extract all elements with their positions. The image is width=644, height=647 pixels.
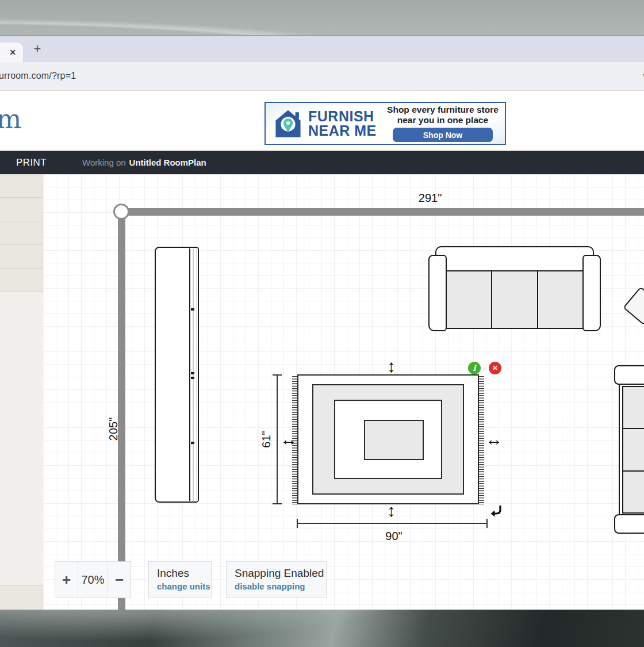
change-units-link[interactable]: change units bbox=[157, 581, 211, 591]
sidebar-item[interactable] bbox=[0, 221, 43, 245]
wardrobe-handle-mark bbox=[191, 308, 194, 311]
sofa-armrest-right bbox=[582, 255, 601, 331]
furnish-near-me-house-pin-icon bbox=[273, 108, 304, 139]
ad-brand-line1: FURNISH bbox=[308, 109, 377, 124]
rug-width-label: 90" bbox=[371, 530, 417, 543]
ad-banner[interactable]: FURNISH NEAR ME Shop every furniture sto… bbox=[264, 102, 506, 145]
site-header: om FURNISH NEAR ME bbox=[0, 91, 644, 151]
wardrobe-handle-mark bbox=[191, 372, 194, 374]
snapping-title: Snapping Enabled bbox=[235, 567, 326, 580]
sidebar-item[interactable] bbox=[0, 269, 43, 292]
sofa-cushion bbox=[622, 428, 644, 471]
shop-now-button[interactable]: Shop Now bbox=[393, 128, 493, 142]
sidebar-item[interactable] bbox=[0, 245, 43, 269]
units-control: Inches change units bbox=[148, 561, 212, 598]
resize-handle-left-icon[interactable]: ↔ bbox=[280, 431, 297, 447]
url-text[interactable]: urroom.com/?rp=1 bbox=[0, 71, 76, 81]
sofa-armrest-top bbox=[614, 365, 644, 385]
rug-fringe-right bbox=[479, 376, 484, 504]
sofa-armrest-bottom bbox=[614, 514, 644, 534]
sofa-cushion bbox=[622, 386, 644, 429]
rug-pattern-center bbox=[364, 420, 424, 460]
rug-height-label: 61" bbox=[259, 422, 274, 457]
browser-tab-strip: ✕ + bbox=[0, 36, 644, 62]
wardrobe-handle-mark bbox=[191, 442, 194, 444]
wall-corner-handle[interactable] bbox=[113, 204, 129, 220]
ad-brand-name: FURNISH NEAR ME bbox=[308, 109, 377, 137]
rug-info-button[interactable]: i bbox=[468, 362, 481, 374]
browser-tab[interactable]: ✕ bbox=[0, 43, 23, 62]
wall-length-label-left: 205" bbox=[106, 412, 121, 446]
browser-address-bar[interactable]: urroom.com/?rp=1 ▾ bbox=[0, 62, 644, 91]
sidebar-item[interactable] bbox=[0, 198, 43, 221]
sofa-item-right[interactable] bbox=[614, 365, 644, 534]
sofa-cushion bbox=[446, 270, 492, 329]
sofa-cushions bbox=[446, 270, 584, 329]
sofa-item[interactable] bbox=[428, 246, 601, 332]
resize-handle-top-icon[interactable]: ↕ bbox=[387, 358, 396, 374]
working-on-label: Working on bbox=[82, 158, 126, 167]
app-toolbar: PRINT Working on Untitled RoomPlan bbox=[0, 151, 644, 174]
sofa-armrest-left bbox=[428, 255, 447, 331]
sofa-cushion bbox=[622, 470, 644, 514]
rug-height-dimension-line bbox=[277, 374, 278, 504]
sofa-cushion bbox=[491, 270, 538, 329]
sidebar-item[interactable] bbox=[0, 174, 43, 198]
disable-snapping-link[interactable]: disable snapping bbox=[235, 581, 326, 591]
wardrobe-item[interactable] bbox=[155, 247, 199, 503]
plan-name[interactable]: Untitled RoomPlan bbox=[129, 158, 206, 167]
zoom-out-button[interactable]: − bbox=[108, 562, 131, 598]
rug-rotate-handle-icon[interactable] bbox=[489, 503, 503, 517]
floorplan-canvas[interactable]: 291" 205" bbox=[43, 174, 644, 610]
units-title: Inches bbox=[157, 567, 211, 580]
angled-furniture-item[interactable] bbox=[623, 286, 644, 326]
rug-delete-button[interactable]: ✕ bbox=[489, 362, 501, 374]
wardrobe-door-edge bbox=[189, 248, 198, 501]
rug-item[interactable] bbox=[297, 374, 479, 504]
resize-handle-right-icon[interactable]: ↔ bbox=[485, 431, 503, 447]
desktop-wallpaper-top bbox=[0, 0, 644, 36]
new-tab-icon[interactable]: + bbox=[30, 41, 45, 56]
ad-brand-line2: NEAR ME bbox=[308, 124, 377, 138]
ad-headline-line1: Shop every furniture store bbox=[386, 105, 499, 115]
sofa-backrest bbox=[435, 246, 594, 271]
zoom-level-value: 70% bbox=[78, 562, 108, 598]
ad-headline-line2: near you in one place bbox=[386, 115, 499, 125]
desktop-wallpaper-bottom bbox=[0, 610, 644, 647]
sidebar-spacer bbox=[0, 292, 43, 585]
sofa-cushion bbox=[537, 270, 584, 329]
rug-width-dimension-line bbox=[297, 523, 488, 524]
wall-length-label-top: 291" bbox=[388, 192, 472, 205]
ad-right-block: Shop every furniture store near you in o… bbox=[386, 105, 499, 143]
print-button[interactable]: PRINT bbox=[16, 157, 47, 169]
room-wall-left[interactable] bbox=[118, 208, 125, 610]
sofa-cushions bbox=[622, 386, 644, 514]
zoom-in-button[interactable]: + bbox=[55, 562, 78, 598]
sidebar bbox=[0, 174, 43, 610]
resize-handle-bottom-icon[interactable]: ↕ bbox=[387, 503, 396, 519]
tab-close-icon[interactable]: ✕ bbox=[9, 48, 16, 57]
browser-window: ✕ + urroom.com/?rp=1 ▾ om bbox=[0, 36, 644, 610]
sidebar-bottom-item[interactable] bbox=[0, 585, 43, 610]
screen: ✕ + urroom.com/?rp=1 ▾ om bbox=[0, 0, 644, 647]
room-wall-top[interactable] bbox=[118, 208, 644, 216]
zoom-control: + 70% − bbox=[55, 561, 131, 598]
ad-headline: Shop every furniture store near you in o… bbox=[386, 105, 499, 125]
site-logo[interactable]: om bbox=[0, 104, 21, 135]
main-area: 291" 205" bbox=[0, 174, 644, 610]
snapping-control: Snapping Enabled disable snapping bbox=[226, 561, 327, 598]
wardrobe-handle-mark bbox=[191, 377, 194, 379]
